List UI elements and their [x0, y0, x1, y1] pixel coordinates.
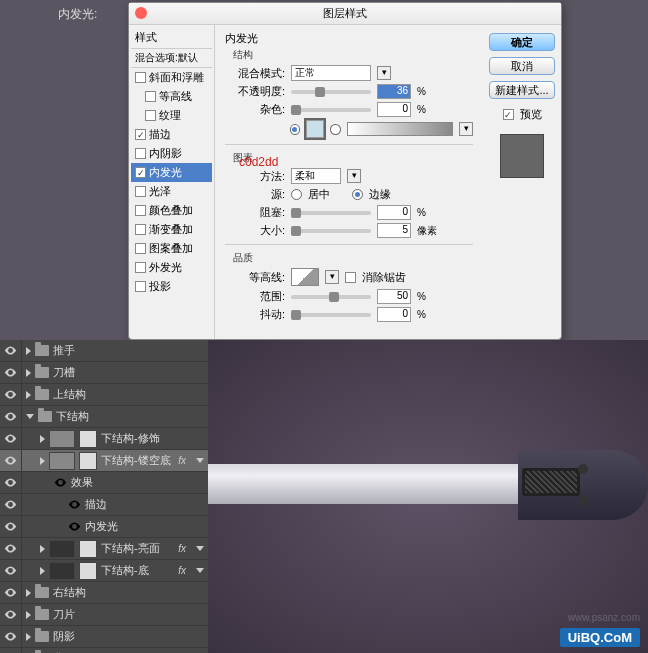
visibility-icon[interactable]	[0, 604, 22, 626]
visibility-icon[interactable]	[0, 450, 22, 472]
style-item[interactable]: 纹理	[131, 106, 212, 125]
layer-row[interactable]: 下结构-镂空底fx	[0, 450, 208, 472]
visibility-icon[interactable]	[0, 472, 22, 494]
effect-icon[interactable]	[68, 498, 81, 511]
canvas[interactable]: www.psanz.com UiBQ.CoM	[208, 340, 648, 653]
effect-icon[interactable]	[54, 476, 67, 489]
visibility-icon[interactable]	[0, 560, 22, 582]
style-item[interactable]: ✓描边	[131, 125, 212, 144]
size-slider[interactable]	[291, 229, 371, 233]
visibility-icon[interactable]	[0, 538, 22, 560]
style-item[interactable]: 外发光	[131, 258, 212, 277]
fx-badge[interactable]: fx	[178, 565, 186, 576]
style-checkbox[interactable]	[145, 91, 156, 102]
style-checkbox[interactable]: ✓	[135, 167, 146, 178]
style-item[interactable]: 等高线	[131, 87, 212, 106]
style-checkbox[interactable]	[135, 205, 146, 216]
layer-row[interactable]: 右结构	[0, 582, 208, 604]
visibility-icon[interactable]	[0, 428, 22, 450]
expand-icon[interactable]	[26, 414, 34, 419]
style-checkbox[interactable]	[145, 110, 156, 121]
style-item[interactable]: ✓内发光	[131, 163, 212, 182]
expand-icon[interactable]	[26, 347, 31, 355]
visibility-icon[interactable]	[0, 626, 22, 648]
layer-row[interactable]: 下结构-修饰	[0, 428, 208, 450]
style-checkbox[interactable]	[135, 186, 146, 197]
jitter-input[interactable]: 0	[377, 307, 411, 322]
color-swatch[interactable]	[306, 120, 324, 138]
visibility-icon[interactable]	[0, 516, 22, 538]
expand-icon[interactable]	[26, 369, 31, 377]
visibility-icon[interactable]	[0, 384, 22, 406]
layer-row[interactable]: 刀槽	[0, 362, 208, 384]
fx-expand-icon[interactable]	[196, 458, 204, 463]
visibility-icon[interactable]	[0, 362, 22, 384]
style-checkbox[interactable]: ✓	[135, 129, 146, 140]
style-checkbox[interactable]	[135, 72, 146, 83]
range-slider[interactable]	[291, 295, 371, 299]
color-radio[interactable]	[290, 124, 301, 135]
layer-row[interactable]: 效果	[0, 472, 208, 494]
layer-row[interactable]: 下结构	[0, 406, 208, 428]
noise-slider[interactable]	[291, 108, 371, 112]
fx-badge[interactable]: fx	[178, 543, 186, 554]
range-input[interactable]: 50	[377, 289, 411, 304]
source-center-radio[interactable]	[291, 189, 302, 200]
gradient-picker[interactable]	[347, 122, 454, 136]
effect-icon[interactable]	[68, 520, 81, 533]
expand-icon[interactable]	[26, 633, 31, 641]
antialias-checkbox[interactable]	[345, 272, 356, 283]
style-item[interactable]: 图案叠加	[131, 239, 212, 258]
layer-row[interactable]: 下结构-亮面fx	[0, 538, 208, 560]
layer-row[interactable]: 下结构-底fx	[0, 560, 208, 582]
style-item[interactable]: 颜色叠加	[131, 201, 212, 220]
style-checkbox[interactable]	[135, 243, 146, 254]
visibility-icon[interactable]	[0, 340, 22, 362]
expand-icon[interactable]	[26, 391, 31, 399]
cancel-button[interactable]: 取消	[489, 57, 555, 75]
layer-row[interactable]: 阴影	[0, 626, 208, 648]
method-select[interactable]: 柔和	[291, 168, 341, 184]
noise-input[interactable]: 0	[377, 102, 411, 117]
visibility-icon[interactable]	[0, 648, 22, 654]
style-item[interactable]: 斜面和浮雕	[131, 68, 212, 87]
style-item[interactable]: 内阴影	[131, 144, 212, 163]
fx-badge[interactable]: fx	[178, 455, 186, 466]
chevron-down-icon[interactable]: ▾	[459, 122, 473, 136]
contour-picker[interactable]	[291, 268, 319, 286]
style-checkbox[interactable]	[135, 224, 146, 235]
opacity-slider[interactable]	[291, 90, 371, 94]
style-item[interactable]: 投影	[131, 277, 212, 296]
layer-row[interactable]: 推手	[0, 340, 208, 362]
expand-icon[interactable]	[26, 611, 31, 619]
jitter-slider[interactable]	[291, 313, 371, 317]
layer-row[interactable]: 内发光	[0, 516, 208, 538]
visibility-icon[interactable]	[0, 494, 22, 516]
expand-icon[interactable]	[40, 545, 45, 553]
size-input[interactable]: 5	[377, 223, 411, 238]
gradient-radio[interactable]	[330, 124, 341, 135]
blend-default[interactable]: 混合选项:默认	[131, 49, 212, 68]
chevron-down-icon[interactable]: ▾	[347, 169, 361, 183]
style-checkbox[interactable]	[135, 281, 146, 292]
visibility-icon[interactable]	[0, 406, 22, 428]
source-edge-radio[interactable]	[352, 189, 363, 200]
layer-row[interactable]: 背景	[0, 648, 208, 653]
chevron-down-icon[interactable]: ▾	[377, 66, 391, 80]
style-item[interactable]: 渐变叠加	[131, 220, 212, 239]
close-icon[interactable]	[135, 7, 147, 19]
layer-row[interactable]: 刀片	[0, 604, 208, 626]
style-item[interactable]: 光泽	[131, 182, 212, 201]
new-style-button[interactable]: 新建样式...	[489, 81, 555, 99]
style-checkbox[interactable]	[135, 262, 146, 273]
fx-expand-icon[interactable]	[196, 546, 204, 551]
layer-row[interactable]: 描边	[0, 494, 208, 516]
choke-slider[interactable]	[291, 211, 371, 215]
choke-input[interactable]: 0	[377, 205, 411, 220]
expand-icon[interactable]	[40, 457, 45, 465]
visibility-icon[interactable]	[0, 582, 22, 604]
ok-button[interactable]: 确定	[489, 33, 555, 51]
expand-icon[interactable]	[26, 589, 31, 597]
layer-row[interactable]: 上结构	[0, 384, 208, 406]
blend-mode-select[interactable]: 正常	[291, 65, 371, 81]
